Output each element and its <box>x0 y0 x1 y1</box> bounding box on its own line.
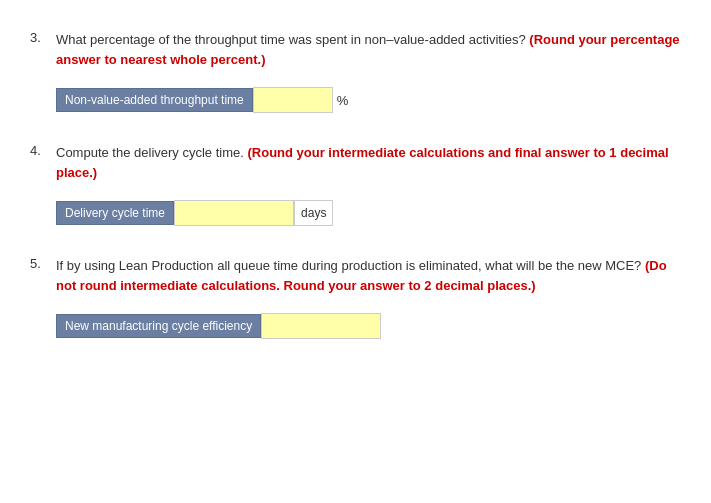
question-4: 4. Compute the delivery cycle time. (Rou… <box>30 143 681 226</box>
question-4-text-before: Compute the delivery cycle time. <box>56 145 247 160</box>
question-3-label: Non-value-added throughput time <box>56 88 253 112</box>
question-5-input[interactable] <box>261 313 381 339</box>
question-3: 3. What percentage of the throughput tim… <box>30 30 681 113</box>
question-5-header: 5. If by using Lean Production all queue… <box>30 256 681 295</box>
question-3-header: 3. What percentage of the throughput tim… <box>30 30 681 69</box>
question-5-number: 5. <box>30 256 50 271</box>
question-3-text: What percentage of the throughput time w… <box>56 30 681 69</box>
question-3-input[interactable] <box>253 87 333 113</box>
question-4-unit: days <box>294 200 333 226</box>
question-5-text: If by using Lean Production all queue ti… <box>56 256 681 295</box>
question-5-label: New manufacturing cycle efficiency <box>56 314 261 338</box>
question-4-number: 4. <box>30 143 50 158</box>
question-4-text: Compute the delivery cycle time. (Round … <box>56 143 681 182</box>
question-3-text-before: What percentage of the throughput time w… <box>56 32 529 47</box>
question-3-number: 3. <box>30 30 50 45</box>
question-4-input[interactable] <box>174 200 294 226</box>
question-5-text-before: If by using Lean Production all queue ti… <box>56 258 645 273</box>
question-3-unit: % <box>337 93 349 108</box>
question-5: 5. If by using Lean Production all queue… <box>30 256 681 339</box>
question-4-header: 4. Compute the delivery cycle time. (Rou… <box>30 143 681 182</box>
question-4-label: Delivery cycle time <box>56 201 174 225</box>
question-3-input-row: Non-value-added throughput time % <box>56 87 681 113</box>
question-4-input-row: Delivery cycle time days <box>56 200 681 226</box>
question-5-input-row: New manufacturing cycle efficiency <box>56 313 681 339</box>
